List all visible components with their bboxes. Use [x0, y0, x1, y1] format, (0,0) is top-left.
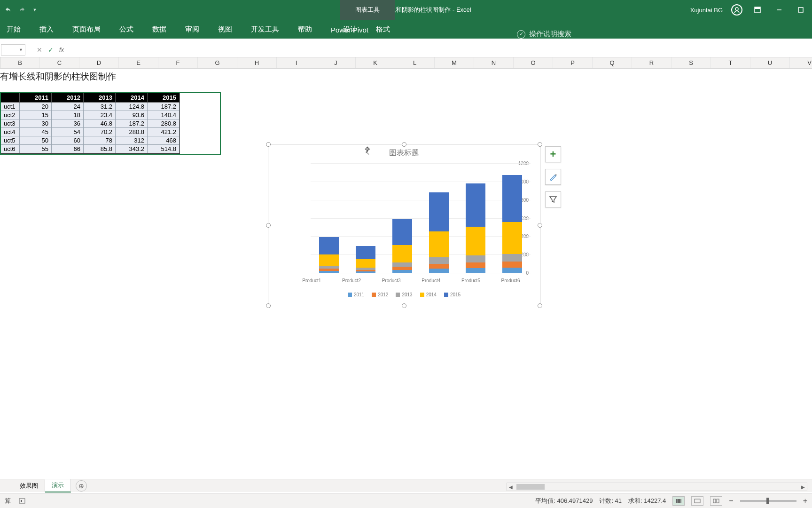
table-cell[interactable]: 36: [52, 119, 84, 128]
column-header[interactable]: I: [277, 57, 316, 68]
sheet-tab-demo[interactable]: 演示: [45, 479, 71, 492]
table-header[interactable]: [1, 93, 20, 103]
bar-group[interactable]: [502, 175, 522, 273]
tell-me-search[interactable]: ✓ 操作说明搜索: [517, 30, 571, 39]
table-cell[interactable]: 54: [52, 128, 84, 136]
column-header[interactable]: U: [750, 57, 790, 68]
column-header[interactable]: M: [435, 57, 474, 68]
minimize-icon[interactable]: [773, 3, 786, 16]
table-cell[interactable]: 421.2: [148, 128, 180, 136]
column-header[interactable]: G: [198, 57, 237, 68]
legend-item[interactable]: 2013: [396, 292, 412, 297]
tab-help[interactable]: 帮助: [295, 20, 315, 39]
redo-icon[interactable]: [18, 6, 25, 14]
bar-segment[interactable]: [466, 268, 485, 273]
tab-home[interactable]: 开始: [4, 20, 23, 39]
bar-segment[interactable]: [429, 269, 449, 273]
table-cell[interactable]: 78: [84, 136, 116, 145]
chart-plot-area[interactable]: 020040060080010001200: [292, 163, 531, 273]
bar-segment[interactable]: [429, 192, 449, 231]
new-sheet-button[interactable]: ⊕: [76, 480, 87, 492]
bar-segment[interactable]: [319, 254, 339, 266]
chart-filters-button[interactable]: [545, 191, 561, 207]
chart-object[interactable]: ✥↖ 图表标题 020040060080010001200 Product1Pr…: [268, 144, 540, 306]
table-cell[interactable]: 20: [20, 103, 52, 111]
chart-title[interactable]: 图表标题: [268, 148, 540, 158]
bar-segment[interactable]: [466, 183, 485, 227]
bar-segment[interactable]: [392, 270, 412, 273]
sheet-tab-effect[interactable]: 效果图: [13, 480, 45, 492]
qa-dropdown-icon[interactable]: ▼: [31, 6, 39, 14]
bar-segment[interactable]: [429, 264, 449, 269]
column-header[interactable]: B: [0, 57, 40, 68]
table-cell[interactable]: 140.4: [148, 111, 180, 119]
column-header[interactable]: T: [711, 57, 750, 68]
tab-chart-format[interactable]: 格式: [373, 20, 393, 39]
name-box[interactable]: ▼: [1, 44, 25, 56]
table-cell[interactable]: 45: [20, 128, 52, 136]
bar-segment[interactable]: [466, 255, 485, 262]
tab-review[interactable]: 审阅: [182, 20, 202, 39]
tab-chart-design[interactable]: 设计: [340, 20, 360, 39]
table-cell[interactable]: 187.2: [116, 119, 148, 128]
bar-segment[interactable]: [429, 231, 449, 257]
table-cell[interactable]: 280.8: [116, 128, 148, 136]
table-cell[interactable]: uct5: [1, 136, 20, 145]
tab-formulas[interactable]: 公式: [117, 20, 136, 39]
cancel-formula-icon[interactable]: ✕: [34, 44, 45, 56]
table-cell[interactable]: 24: [52, 103, 84, 111]
bar-group[interactable]: [356, 246, 375, 273]
column-header[interactable]: L: [395, 57, 435, 68]
table-cell[interactable]: 343.2: [116, 145, 148, 153]
table-cell[interactable]: 93.6: [116, 111, 148, 119]
table-cell[interactable]: 280.8: [148, 119, 180, 128]
column-header[interactable]: F: [158, 57, 198, 68]
chart-elements-button[interactable]: +: [545, 146, 561, 162]
column-header[interactable]: D: [79, 57, 119, 68]
table-cell[interactable]: uct1: [1, 103, 20, 111]
scroll-right-icon[interactable]: ▶: [799, 483, 807, 491]
table-cell[interactable]: 50: [20, 136, 52, 145]
enter-formula-icon[interactable]: ✓: [45, 44, 56, 56]
data-table[interactable]: 20112012201320142015uct1202431.2124.8187…: [0, 92, 180, 154]
tab-data[interactable]: 数据: [149, 20, 169, 39]
bar-segment[interactable]: [466, 227, 485, 255]
user-avatar-icon[interactable]: [731, 4, 742, 16]
view-page-break-icon[interactable]: [710, 496, 722, 506]
bar-group[interactable]: [466, 183, 485, 273]
bar-segment[interactable]: [392, 245, 412, 262]
zoom-in-button[interactable]: +: [803, 497, 807, 505]
table-cell[interactable]: 124.8: [116, 103, 148, 111]
name-box-dropdown-icon[interactable]: ▼: [19, 48, 23, 52]
chart-legend[interactable]: 20112012201320142015: [268, 292, 540, 297]
legend-item[interactable]: 2014: [420, 292, 437, 297]
view-normal-icon[interactable]: [672, 496, 685, 506]
bar-group[interactable]: [319, 237, 339, 273]
legend-item[interactable]: 2012: [372, 292, 388, 297]
bar-segment[interactable]: [392, 267, 412, 270]
worksheet-grid[interactable]: 有增长线和阴影的柱状图制作 20112012201320142015uct120…: [0, 69, 812, 440]
table-header[interactable]: 2012: [52, 93, 84, 103]
tab-insert[interactable]: 插入: [37, 20, 56, 39]
view-page-layout-icon[interactable]: [691, 496, 703, 506]
column-header[interactable]: E: [119, 57, 158, 68]
bar-segment[interactable]: [356, 246, 375, 259]
ribbon-display-options-icon[interactable]: [751, 3, 764, 16]
table-cell[interactable]: 18: [52, 111, 84, 119]
tab-view[interactable]: 视图: [215, 20, 235, 39]
table-cell[interactable]: 70.2: [84, 128, 116, 136]
formula-input[interactable]: [67, 44, 812, 56]
column-header[interactable]: V: [790, 57, 812, 68]
bar-segment[interactable]: [392, 262, 412, 267]
bar-segment[interactable]: [502, 175, 522, 222]
column-header[interactable]: N: [474, 57, 514, 68]
column-header[interactable]: P: [553, 57, 593, 68]
bar-group[interactable]: [429, 192, 449, 273]
bar-group[interactable]: [392, 219, 412, 273]
table-cell[interactable]: 15: [20, 111, 52, 119]
chart-styles-button[interactable]: [545, 169, 561, 185]
bar-segment[interactable]: [392, 219, 412, 245]
bar-segment[interactable]: [319, 237, 339, 254]
macro-record-icon[interactable]: [18, 497, 26, 505]
column-header[interactable]: C: [40, 57, 79, 68]
